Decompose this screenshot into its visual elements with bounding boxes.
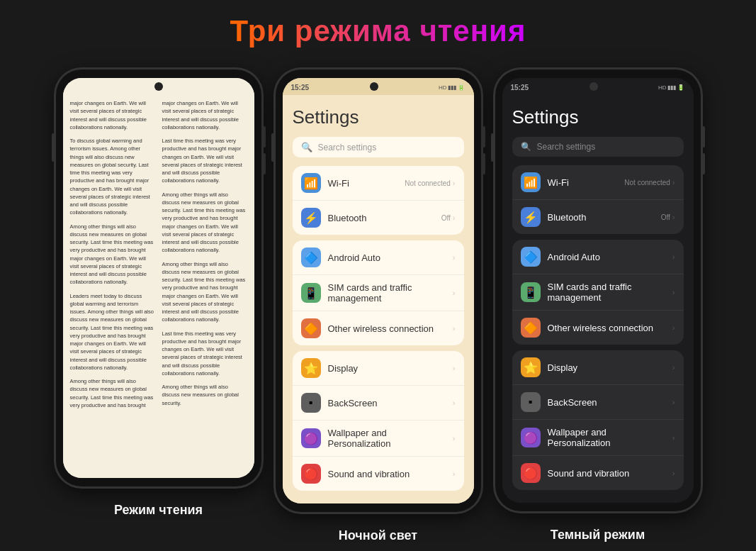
wireless-chevron: › [453, 324, 456, 333]
wifi-icon: 📶 [301, 173, 321, 193]
androidauto-name: Android Auto [328, 252, 446, 263]
dark-wireless-chevron: › [672, 323, 675, 332]
nightlight-camera [370, 82, 378, 91]
wallpaper-chevron: › [453, 434, 456, 443]
bluetooth-icon: ⚡ [301, 208, 321, 228]
dark-bluetooth-text: Bluetooth [548, 212, 654, 223]
wireless-icon: 🔶 [301, 318, 321, 338]
nightlight-androidauto-item[interactable]: 🔷 Android Auto › [293, 240, 464, 275]
dark-bluetooth-status: Off › [661, 213, 675, 221]
nightlight-group-display: ⭐ Display › ▪ BackScreen › [293, 351, 464, 491]
signal-icon: ▮▮▮ [448, 84, 456, 91]
nightlight-sim-item[interactable]: 📱 SIM cards and traffic management › [293, 275, 464, 311]
display-text: Display [328, 363, 446, 374]
dark-search-placeholder: Search settings [537, 142, 596, 152]
dark-wallpaper-name: Wallpaper and Personalization [548, 427, 665, 448]
phone-reading-container: major changes on Earth. We will visit se… [56, 69, 261, 518]
dark-sound-icon: 🔴 [521, 463, 541, 483]
dark-wifi-item[interactable]: 📶 Wi-Fi Not connected › [512, 165, 684, 200]
dark-backscreen-text: BackScreen [548, 397, 665, 408]
camera [154, 82, 163, 91]
bluetooth-text: Bluetooth [328, 213, 434, 223]
wifi-text: Wi-Fi [328, 178, 398, 189]
phone-nightlight: 15:25 HD ▮▮▮ 🔋 Settings 🔍 Search setting… [276, 69, 481, 512]
phone-reading: major changes on Earth. We will visit se… [56, 69, 261, 486]
dark-wireless-icon: 🔶 [521, 318, 541, 338]
phone-nightlight-container: 15:25 HD ▮▮▮ 🔋 Settings 🔍 Search setting… [276, 69, 481, 543]
backscreen-icon: ▪ [301, 393, 321, 413]
dark-search-icon: 🔍 [521, 142, 531, 152]
dark-bluetooth-item[interactable]: ⚡ Bluetooth Off › [512, 200, 684, 234]
dark-backscreen-item[interactable]: ▪ BackScreen › [512, 385, 684, 420]
signal-icon-dark: ▮▮▮ [667, 84, 676, 91]
dark-wifi-chevron: › [672, 178, 675, 187]
dark-status-bar: 15:25 HD ▮▮▮ 🔋 [502, 78, 694, 95]
dark-wifi-icon: 📶 [521, 172, 541, 192]
nightlight-sound-item[interactable]: 🔴 Sound and vibration › [293, 457, 464, 491]
dark-bluetooth-chevron: › [672, 213, 675, 221]
nightlight-wireless-item[interactable]: 🔶 Other wireless connection › [293, 311, 464, 345]
nightlight-settings-screen: Settings 🔍 Search settings 📶 Wi-Fi [283, 95, 474, 503]
sim-chevron: › [453, 289, 456, 297]
phone-nightlight-screen: 15:25 HD ▮▮▮ 🔋 Settings 🔍 Search setting… [283, 78, 474, 503]
backscreen-text: BackScreen [328, 398, 446, 408]
backscreen-name: BackScreen [328, 398, 446, 408]
nightlight-backscreen-item[interactable]: ▪ BackScreen › [293, 386, 464, 421]
nightlight-display-item[interactable]: ⭐ Display › [293, 351, 464, 386]
dark-wallpaper-chevron: › [672, 433, 675, 442]
search-placeholder: Search settings [318, 143, 377, 152]
nightlight-status-bar: 15:25 HD ▮▮▮ 🔋 [283, 78, 474, 95]
hd-icon: HD [439, 84, 447, 91]
dark-wallpaper-item[interactable]: 🟣 Wallpaper and Personalization › [512, 420, 684, 456]
dark-search-bar[interactable]: 🔍 Search settings [512, 137, 684, 157]
dark-sound-item[interactable]: 🔴 Sound and vibration › [512, 456, 684, 490]
nightlight-wifi-item[interactable]: 📶 Wi-Fi Not connected › [293, 166, 464, 201]
dark-display-text: Display [548, 362, 665, 373]
dark-time: 15:25 [511, 84, 529, 91]
dark-sim-text: SIM cards and traffic management [548, 282, 665, 303]
androidauto-chevron: › [453, 253, 456, 262]
display-icon: ⭐ [301, 358, 321, 378]
display-chevron: › [453, 364, 456, 372]
wifi-chevron: › [453, 179, 456, 187]
phones-row: major changes on Earth. We will visit se… [56, 69, 701, 543]
dark-androidauto-text: Android Auto [548, 252, 665, 262]
nightlight-settings-title: Settings [293, 106, 464, 128]
dark-display-item[interactable]: ⭐ Display › [512, 350, 684, 385]
dark-wifi-text: Wi-Fi [548, 177, 618, 188]
dark-backscreen-chevron: › [672, 398, 675, 406]
dark-group-network: 🔷 Android Auto › 📱 SIM cards and traffic… [512, 240, 684, 345]
dark-sound-chevron: › [672, 469, 675, 477]
wireless-name: Other wireless connection [328, 323, 446, 334]
dark-display-name: Display [548, 362, 665, 373]
sim-icon: 📱 [301, 283, 321, 303]
dark-group-display: ⭐ Display › ▪ BackScreen › [512, 350, 684, 490]
phone-dark: 15:25 HD ▮▮▮ 🔋 Settings 🔍 Search setting… [495, 69, 701, 511]
dark-settings-screen: Settings 🔍 Search settings 📶 Wi-Fi [502, 95, 694, 503]
reading-notch-bar [63, 78, 254, 95]
dark-display-icon: ⭐ [521, 357, 541, 377]
dark-camera [589, 82, 598, 91]
nightlight-wallpaper-item[interactable]: 🟣 Wallpaper and Personalization › [293, 421, 464, 457]
nightlight-bluetooth-item[interactable]: ⚡ Bluetooth Off › [293, 201, 464, 235]
sim-name: SIM cards and traffic management [328, 282, 446, 304]
dark-sim-item[interactable]: 📱 SIM cards and traffic management › [512, 274, 684, 311]
nightlight-group-connectivity: 📶 Wi-Fi Not connected › ⚡ [293, 166, 464, 235]
sound-text: Sound and vibration [328, 469, 446, 479]
reading-text-content: major changes on Earth. We will visit se… [63, 95, 254, 478]
phone-reading-screen: major changes on Earth. We will visit se… [63, 78, 254, 478]
dark-sim-icon: 📱 [521, 282, 541, 302]
dark-androidauto-name: Android Auto [548, 252, 665, 262]
dark-sim-chevron: › [672, 288, 675, 296]
nightlight-search-bar[interactable]: 🔍 Search settings [293, 137, 464, 157]
hd-icon-dark: HD [658, 84, 667, 91]
dark-wallpaper-icon: 🟣 [521, 428, 541, 447]
dark-status-icons: HD ▮▮▮ 🔋 [658, 84, 685, 91]
dark-wireless-item[interactable]: 🔶 Other wireless connection › [512, 311, 684, 345]
dark-backscreen-icon: ▪ [521, 392, 541, 412]
dark-wifi-status: Not connected › [624, 178, 675, 187]
dark-bluetooth-icon: ⚡ [521, 207, 541, 227]
battery-icon: 🔋 [458, 84, 465, 91]
dark-androidauto-item[interactable]: 🔷 Android Auto › [512, 240, 684, 274]
wallpaper-text: Wallpaper and Personalization [328, 428, 446, 449]
